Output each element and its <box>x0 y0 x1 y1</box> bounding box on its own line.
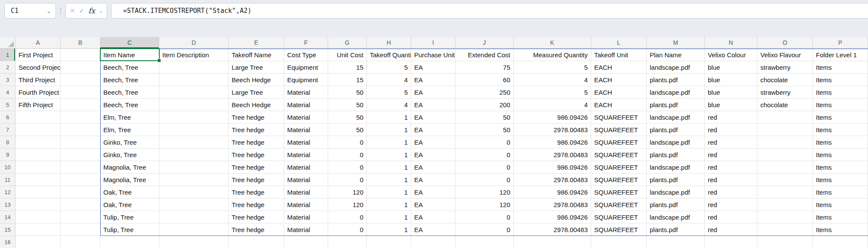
cell-H11[interactable]: 1 <box>367 174 411 186</box>
cell-C11[interactable]: Magnolia, Tree <box>100 174 159 186</box>
fill-handle[interactable] <box>157 59 161 62</box>
cell-G6[interactable]: 50 <box>328 111 367 124</box>
cell-M9[interactable]: plants.pdf <box>647 149 705 161</box>
row-header-11[interactable]: 11 <box>0 174 16 186</box>
cell-K11[interactable]: 2978.00483 <box>514 174 591 186</box>
cell-D2[interactable] <box>159 61 229 74</box>
cell-M7[interactable]: plants.pdf <box>647 124 705 136</box>
column-header-A[interactable]: A <box>16 37 61 49</box>
cell-I12[interactable]: EA <box>411 186 456 198</box>
cell-E6[interactable]: Tree hedge <box>229 111 284 124</box>
column-header-B[interactable]: B <box>61 37 100 49</box>
cell-A10[interactable] <box>16 161 61 174</box>
cell-C3[interactable]: Beech, Tree <box>100 74 159 86</box>
cell-B7[interactable] <box>61 124 100 136</box>
cell-H15[interactable]: 1 <box>367 223 411 236</box>
cell-I10[interactable]: EA <box>411 161 456 174</box>
cell-L10[interactable]: SQUAREFEET <box>591 161 647 174</box>
cell-P10[interactable]: Items <box>813 161 868 174</box>
cell-M8[interactable]: landscape.pdf <box>647 136 705 149</box>
cell-G12[interactable]: 120 <box>328 186 367 198</box>
cell-J2[interactable]: 75 <box>456 61 514 74</box>
cell-K12[interactable]: 986.09426 <box>514 186 591 198</box>
cell-L16[interactable] <box>591 236 647 248</box>
cell-E4[interactable]: Large Tree <box>229 86 284 99</box>
cell-P14[interactable]: Items <box>813 211 868 223</box>
cell-E1[interactable]: Takeoff Name <box>229 49 284 61</box>
cell-J10[interactable]: 0 <box>456 161 514 174</box>
cell-J4[interactable]: 250 <box>456 86 514 99</box>
column-header-P[interactable]: P <box>813 37 868 49</box>
cell-H13[interactable]: 1 <box>367 198 411 211</box>
cell-A4[interactable]: Fourth Project <box>16 86 61 99</box>
cell-I7[interactable]: EA <box>411 124 456 136</box>
cell-N16[interactable] <box>705 236 757 248</box>
cell-O14[interactable] <box>757 211 813 223</box>
column-header-J[interactable]: J <box>456 37 514 49</box>
cell-F1[interactable]: Cost Type <box>284 49 328 61</box>
cell-G5[interactable]: 50 <box>328 99 367 111</box>
cell-N11[interactable]: red <box>705 174 757 186</box>
cell-O10[interactable] <box>757 161 813 174</box>
cell-M12[interactable]: landscape.pdf <box>647 186 705 198</box>
column-header-C[interactable]: C <box>100 37 159 49</box>
cell-A15[interactable] <box>16 223 61 236</box>
cell-H12[interactable]: 1 <box>367 186 411 198</box>
cell-B16[interactable] <box>61 236 100 248</box>
cell-H14[interactable]: 1 <box>367 211 411 223</box>
cell-A16[interactable] <box>16 236 61 248</box>
cell-K4[interactable]: 5 <box>514 86 591 99</box>
cell-O9[interactable] <box>757 149 813 161</box>
cell-I11[interactable]: EA <box>411 174 456 186</box>
cell-L3[interactable]: EACH <box>591 74 647 86</box>
cell-G3[interactable]: 15 <box>328 74 367 86</box>
column-header-D[interactable]: D <box>159 37 229 49</box>
cell-B11[interactable] <box>61 174 100 186</box>
cell-J11[interactable]: 0 <box>456 174 514 186</box>
cell-K5[interactable]: 4 <box>514 99 591 111</box>
cell-J3[interactable]: 60 <box>456 74 514 86</box>
cell-L4[interactable]: EACH <box>591 86 647 99</box>
cell-C2[interactable]: Beech, Tree <box>100 61 159 74</box>
cell-C12[interactable]: Oak, Tree <box>100 186 159 198</box>
cell-F10[interactable]: Material <box>284 161 328 174</box>
cell-C10[interactable]: Magnolia, Tree <box>100 161 159 174</box>
cell-I16[interactable] <box>411 236 456 248</box>
cell-H2[interactable]: 5 <box>367 61 411 74</box>
cell-A8[interactable] <box>16 136 61 149</box>
cell-B5[interactable] <box>61 99 100 111</box>
cell-I8[interactable]: EA <box>411 136 456 149</box>
cell-D3[interactable] <box>159 74 229 86</box>
cell-H9[interactable]: 1 <box>367 149 411 161</box>
cell-O5[interactable]: chocolate <box>757 99 813 111</box>
cell-H8[interactable]: 1 <box>367 136 411 149</box>
cell-L13[interactable]: SQUAREFEET <box>591 198 647 211</box>
row-header-7[interactable]: 7 <box>0 124 16 136</box>
cell-A7[interactable] <box>16 124 61 136</box>
cell-B4[interactable] <box>61 86 100 99</box>
cell-F5[interactable]: Material <box>284 99 328 111</box>
row-header-13[interactable]: 13 <box>0 198 16 211</box>
cell-I13[interactable]: EA <box>411 198 456 211</box>
row-header-1[interactable]: 1 <box>0 49 16 61</box>
cell-G10[interactable]: 0 <box>328 161 367 174</box>
cell-N9[interactable]: red <box>705 149 757 161</box>
cell-B15[interactable] <box>61 223 100 236</box>
cell-C13[interactable]: Oak, Tree <box>100 198 159 211</box>
cell-G11[interactable]: 0 <box>328 174 367 186</box>
cell-B3[interactable] <box>61 74 100 86</box>
cell-G16[interactable] <box>328 236 367 248</box>
cell-E15[interactable]: Tree hedge <box>229 223 284 236</box>
cell-N13[interactable]: red <box>705 198 757 211</box>
cell-M15[interactable]: plants.pdf <box>647 223 705 236</box>
cell-O15[interactable] <box>757 223 813 236</box>
row-header-10[interactable]: 10 <box>0 161 16 174</box>
cell-N5[interactable]: blue <box>705 99 757 111</box>
cell-C1[interactable]: Item Name <box>100 49 159 61</box>
cell-E13[interactable]: Tree hedge <box>229 198 284 211</box>
cell-D11[interactable] <box>159 174 229 186</box>
cell-I9[interactable]: EA <box>411 149 456 161</box>
cell-N8[interactable]: red <box>705 136 757 149</box>
column-header-F[interactable]: F <box>284 37 328 49</box>
cell-I3[interactable]: EA <box>411 74 456 86</box>
